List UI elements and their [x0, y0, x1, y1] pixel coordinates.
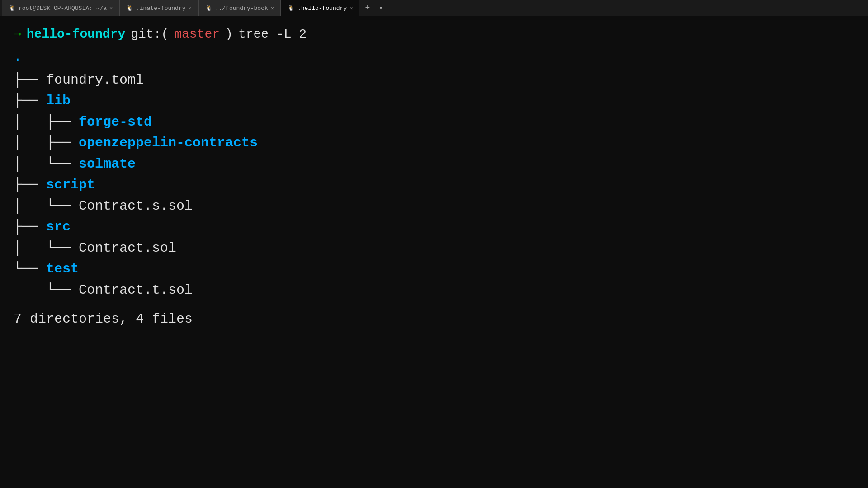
tree-row-2: │ ├── forge-std — [14, 112, 854, 133]
tree-row-9: └── test — [14, 258, 854, 280]
tree-row-4: │ └── solmate — [14, 154, 854, 175]
prompt-arrow: → — [14, 25, 21, 43]
tree-connector-4: │ └── — [14, 154, 79, 175]
terminal-command: tree -L 2 — [238, 25, 307, 43]
tree-dot: . — [14, 47, 854, 68]
tree-item-4: solmate — [79, 154, 136, 175]
tree-summary: 7 directories, 4 files — [14, 310, 854, 328]
tree-item-10: Contract.t.sol — [79, 280, 193, 301]
git-branch: master — [174, 25, 220, 43]
tux-icon-1: 🐧 — [9, 5, 16, 12]
tree-connector-0: ├── — [14, 70, 46, 91]
tab-foundry-book[interactable]: 🐧 ../foundry-book ✕ — [198, 0, 281, 16]
git-suffix: ) — [225, 25, 233, 43]
tab-bar: 🐧 root@DESKTOP-ARQUSIA: ~/a ✕ 🐧 .imate-f… — [0, 0, 868, 16]
tux-icon-4: 🐧 — [288, 5, 295, 12]
tree-row-10: └── Contract.t.sol — [14, 280, 854, 301]
tab-root[interactable]: 🐧 root@DESKTOP-ARQUSIA: ~/a ✕ — [2, 0, 119, 16]
tree-row-3: │ ├── openzeppelin-contracts — [14, 132, 854, 154]
close-tab-4[interactable]: ✕ — [349, 5, 353, 12]
tab-label-4: .hello-foundry — [297, 5, 347, 12]
prompt-dir: hello-foundry — [27, 25, 125, 43]
tree-connector-10: └── — [14, 280, 79, 301]
tree-connector-1: ├── — [14, 90, 46, 112]
tab-label-3: ../foundry-book — [215, 5, 268, 12]
tree-item-9: test — [46, 258, 79, 280]
tree-connector-5: ├── — [14, 174, 46, 196]
tab-overflow-button[interactable]: ▾ — [375, 0, 386, 16]
tree-item-3: openzeppelin-contracts — [79, 132, 258, 154]
prompt-line: → hello-foundry git:(master) tree -L 2 — [14, 25, 854, 43]
close-tab-3[interactable]: ✕ — [271, 5, 274, 12]
terminal: → hello-foundry git:(master) tree -L 2 .… — [0, 16, 868, 338]
git-prefix: git:( — [131, 25, 169, 43]
tree-row-8: │ └── Contract.sol — [14, 238, 854, 259]
tree-connector-9: └── — [14, 258, 46, 280]
tree-item-8: Contract.sol — [79, 238, 176, 259]
tree-row-0: ├── foundry.toml — [14, 70, 854, 91]
tree-item-2: forge-std — [79, 112, 152, 133]
new-tab-button[interactable]: + — [359, 0, 375, 16]
tab-label-1: root@DESKTOP-ARQUSIA: ~/a — [19, 5, 107, 12]
tree-connector-8: │ └── — [14, 238, 79, 259]
tree-item-5: script — [46, 174, 95, 196]
tux-icon-3: 🐧 — [205, 5, 212, 12]
tab-label-2: .imate-foundry — [136, 5, 185, 12]
tab-imate-foundry[interactable]: 🐧 .imate-foundry ✕ — [119, 0, 198, 16]
tree-connector-6: │ └── — [14, 196, 79, 217]
tree-connector-7: ├── — [14, 216, 46, 238]
tree-item-0: foundry.toml — [46, 70, 144, 91]
close-tab-1[interactable]: ✕ — [109, 5, 113, 12]
tree-output: . ├── foundry.toml ├── lib │ ├── forge-s… — [14, 47, 854, 300]
tree-row-7: ├── src — [14, 216, 854, 238]
tree-item-7: src — [46, 216, 71, 238]
tab-hello-foundry[interactable]: 🐧 .hello-foundry ✕ — [281, 0, 359, 16]
tree-connector-2: │ ├── — [14, 112, 79, 133]
tree-connector-3: │ ├── — [14, 132, 79, 154]
tux-icon-2: 🐧 — [126, 5, 133, 12]
close-tab-2[interactable]: ✕ — [189, 5, 192, 12]
tree-item-1: lib — [46, 90, 71, 112]
tree-row-5: ├── script — [14, 174, 854, 196]
tree-row-1: ├── lib — [14, 90, 854, 112]
tree-row-6: │ └── Contract.s.sol — [14, 196, 854, 217]
tree-item-6: Contract.s.sol — [79, 196, 193, 217]
